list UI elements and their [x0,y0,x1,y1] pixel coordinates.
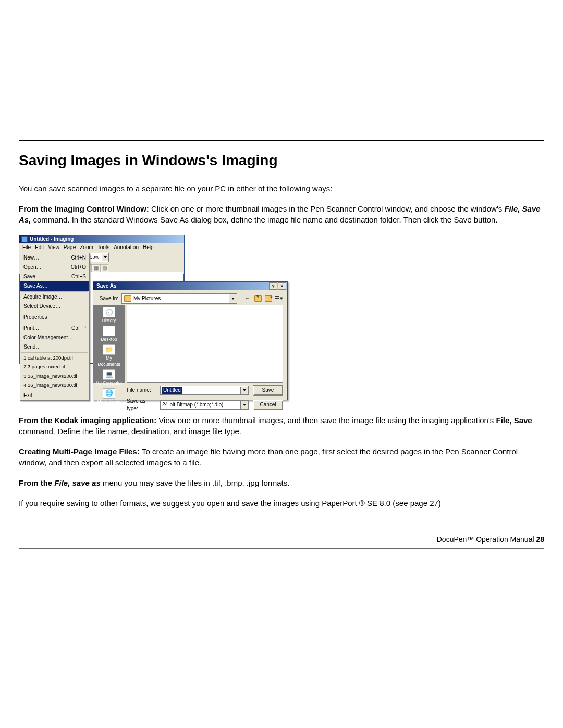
p2-b: command. Define the file name, destinati… [19,427,241,436]
desktop-icon: 🖥 [103,326,115,336]
menu-separator [21,323,88,323]
footer-page-number: 28 [536,535,544,544]
paragraph-5: If you require saving to other formats, … [19,498,544,509]
intro-paragraph: You can save scanned images to a separat… [19,183,544,194]
menu-properties[interactable]: Properties [20,313,89,322]
save-in-label: Save in: [97,295,118,302]
p4-cmd: File, save as [54,478,100,487]
save-in-row: Save in: My Pictures ← ↰ ✶ ☰▾ [93,290,287,305]
footer-text: DocuPen™ Operation Manual [437,535,536,544]
place-my-documents[interactable]: 📁My Documents [94,344,124,368]
rule-top [19,140,544,141]
screenshot: Untitled - Imaging File Edit View Page Z… [19,235,288,400]
p2-a: View one or more thumbnail images, and t… [158,416,496,425]
filename-input[interactable]: Untitled [160,386,249,395]
history-icon: 🕘 [103,307,115,317]
views-icon[interactable]: ☰▾ [275,294,283,303]
p1-a: Click on one or more thumbnail images in… [151,204,504,213]
new-folder-icon[interactable]: ✶ [264,294,273,303]
chevron-down-icon[interactable] [102,254,108,261]
imaging-titlebar[interactable]: Untitled - Imaging [19,235,184,243]
menu-edit[interactable]: Edit [35,244,44,251]
chevron-down-icon[interactable] [240,401,248,409]
save-button[interactable]: Save [253,385,283,396]
menu-file[interactable]: File [22,244,31,251]
help-icon[interactable]: ? [269,282,277,290]
up-one-level-icon[interactable]: ↰ [254,294,262,303]
paragraph-3: Creating Multi-Page Image Files: To crea… [19,446,544,468]
menu-color-management[interactable]: Color Management… [20,333,89,342]
menu-print[interactable]: Print…Ctrl+P [20,324,89,333]
place-desktop[interactable]: 🖥Desktop [94,326,124,343]
chevron-down-icon[interactable] [240,387,248,394]
menu-acquire[interactable]: Acquire Image… [20,292,89,302]
menu-new[interactable]: New…Ctrl+N [20,253,89,263]
folder-icon [124,295,131,302]
menu-page[interactable]: Page [64,244,76,251]
recent-file[interactable]: 2 3 pages mixed.tif [20,362,89,371]
folder-icon: 📁 [103,344,115,355]
save-as-title: Save As [96,282,117,290]
menu-zoom[interactable]: Zoom [80,244,93,251]
place-history[interactable]: 🕘History [94,307,124,324]
close-icon[interactable]: × [278,282,286,290]
save-in-value: My Pictures [133,295,161,302]
p4-lead: From the [19,478,54,487]
p3-lead: Creating Multi-Page Image Files: [19,447,142,456]
paragraph-1: From the Imaging Control Window: Click o… [19,203,544,225]
recent-file[interactable]: 1 cal table at 200dpi.tif [20,353,89,362]
page-footer: DocuPen™ Operation Manual 28 [19,535,544,545]
menu-annotation[interactable]: Annotation [114,244,139,251]
recent-file[interactable]: 3 16_image_news200.tif [20,372,89,380]
p1-lead: From the Imaging Control Window: [19,204,151,213]
menu-view[interactable]: View [48,244,59,251]
p2-lead: From the Kodak imaging application: [19,416,158,425]
place-my-computer[interactable]: 💻My Computer [94,369,124,387]
menu-tools[interactable]: Tools [97,244,109,251]
page-title: Saving Images in Windows's Imaging [19,150,544,170]
file-menu-dropdown: New…Ctrl+N Open…Ctrl+O SaveCtrl+S Save A… [20,253,90,401]
filename-label: File name: [127,387,156,394]
paragraph-4: From the File, save as menu you may save… [19,477,544,488]
menu-send[interactable]: Send… [20,342,89,352]
menu-separator [21,291,88,292]
rule-bottom [19,548,544,549]
save-as-dialog: Save As ? × Save in: My Pictures ← ↰ ✶ ☰ [93,281,288,400]
menu-save-as[interactable]: Save As… [20,281,89,291]
p1-b: command. In the standard Windows Save As… [31,215,497,224]
menubar[interactable]: File Edit View Page Zoom Tools Annotatio… [19,243,184,252]
menu-separator [21,390,88,390]
menu-exit[interactable]: Exit [20,391,89,400]
app-icon [21,236,28,242]
menu-select-device[interactable]: Select Device… [20,302,89,311]
filetype-combo[interactable]: 24-bit Bitmap (*.bmp;*.dib) [160,400,249,410]
p4-a: menu you may save the files in .tif, .bm… [101,478,290,487]
menu-help[interactable]: Help [143,244,154,251]
filename-value: Untitled [162,387,182,394]
chevron-down-icon[interactable] [229,294,237,303]
filetype-label: Save as type: [127,398,156,412]
p2-cmd: File, Save [496,416,532,425]
cancel-button[interactable]: Cancel [253,400,283,410]
back-icon[interactable]: ← [243,294,252,303]
place-my-network[interactable]: 🌐My Network P… [94,388,124,412]
save-in-combo[interactable]: My Pictures [121,293,237,304]
imaging-title-text: Untitled - Imaging [30,236,74,243]
save-as-titlebar[interactable]: Save As ? × [93,282,287,290]
file-list-view[interactable] [127,305,283,383]
places-bar: 🕘History 🖥Desktop 📁My Documents 💻My Comp… [93,305,125,383]
network-icon: 🌐 [103,388,115,399]
menu-separator [21,352,88,353]
menu-separator [21,312,88,312]
menu-save[interactable]: SaveCtrl+S [20,272,89,281]
paragraph-2: From the Kodak imaging application: View… [19,415,544,437]
filetype-value: 24-bit Bitmap (*.bmp;*.dib) [162,401,223,409]
recent-file[interactable]: 4 16_image_news100.tif [20,380,89,389]
computer-icon: 💻 [103,369,115,380]
menu-open[interactable]: Open…Ctrl+O [20,263,89,272]
